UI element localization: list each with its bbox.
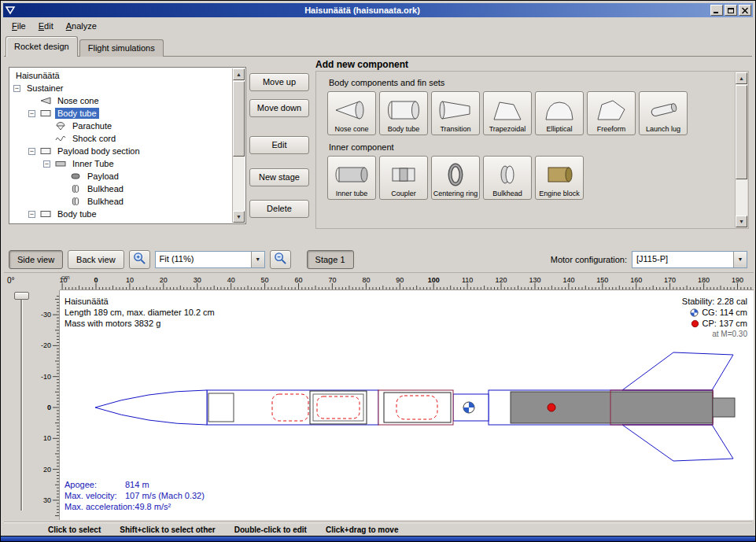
button-edit[interactable]: Edit (249, 136, 309, 154)
app-icon (5, 5, 16, 16)
tree-item-body-tube[interactable]: −Body tube (10, 208, 232, 220)
tab-strip: Rocket designFlight simulations (6, 36, 165, 57)
palette-elliptical[interactable]: Elliptical (535, 91, 584, 135)
palette-launch-lug[interactable]: Launch lug (639, 91, 688, 135)
component-tree[interactable]: Haisunäätä−SustainerNose cone−Body tubeP… (10, 68, 232, 223)
tree-scrollbar-thumb[interactable] (233, 81, 245, 157)
tree-expander-icon[interactable]: − (28, 211, 35, 218)
zoom-in-button[interactable] (129, 250, 150, 269)
tree-item-payload-body-section[interactable]: −Payload body section (10, 145, 232, 157)
nose-cone-outline[interactable] (95, 390, 207, 425)
rotation-slider-handle[interactable] (14, 292, 29, 300)
tree-item-payload[interactable]: Payload (10, 170, 232, 183)
tab-flight-simulations[interactable]: Flight simulations (79, 39, 164, 57)
flight-stat-value: 814 m (125, 480, 149, 489)
palette-body-tube[interactable]: Body tube (379, 91, 428, 135)
fin-bottom-outline[interactable] (622, 425, 733, 461)
palette-nose-cone[interactable]: Nose cone (327, 91, 376, 135)
back-view-button[interactable]: Back view (68, 250, 124, 269)
flight-stats: Apogee:814 mMax. velocity:107 m/s (Mach … (65, 479, 205, 512)
tree-item-body-tube[interactable]: −Body tube (10, 107, 232, 120)
svg-text:110: 110 (462, 276, 473, 284)
tab-rocket-design[interactable]: Rocket design (6, 36, 78, 57)
tree-item-label: Bulkhead (85, 196, 126, 207)
svg-text:140: 140 (562, 276, 574, 284)
button-new-stage[interactable]: New stage (249, 168, 309, 186)
palette-row: Inner tubeCouplerCentering ringBulkheadE… (327, 156, 735, 200)
tree-item-shock-cord[interactable]: Shock cord (10, 132, 232, 145)
minimize-button[interactable] (710, 5, 723, 16)
rotation-slider-track (20, 297, 23, 511)
tree-item-nose-cone[interactable]: Nose cone (10, 94, 232, 107)
tree-scrollbar[interactable]: ▲ ▼ (232, 68, 245, 223)
p-centering-icon (433, 158, 478, 190)
rocket-canvas[interactable]: HaisunäätäLength 189 cm, max. diameter 1… (60, 290, 754, 520)
tree-expander-icon[interactable]: − (28, 110, 35, 117)
tree-item-bulkhead[interactable]: Bulkhead (10, 183, 232, 195)
palette-body: Body components and fin setsNose coneBod… (315, 71, 749, 229)
fin-top-outline[interactable] (622, 352, 733, 390)
menu-item-analyze[interactable]: Analyze (61, 19, 102, 33)
svg-text:0: 0 (47, 404, 51, 411)
tube-coupler-outline[interactable] (310, 391, 367, 424)
maximize-button[interactable] (725, 5, 737, 16)
palette-groups: Body components and fin setsNose coneBod… (316, 72, 735, 228)
add-component-panel: Add new component Body components and fi… (315, 59, 749, 229)
tree-item-label: Tube coupler (70, 221, 125, 223)
chevron-down-icon[interactable]: ▼ (251, 252, 264, 267)
status-hint: Click to select (48, 525, 101, 534)
tree-item-label: Body tube (55, 208, 99, 219)
v-ruler-svg: -30-20-100102030 (4, 290, 60, 521)
palette-inner-tube[interactable]: Inner tube (327, 156, 376, 200)
palette-trapezoidal[interactable]: Trapezoidal (483, 91, 532, 135)
side-view-button[interactable]: Side view (9, 250, 63, 269)
palette-centering-ring[interactable]: Centering ring (431, 156, 480, 200)
palette-scrollbar-thumb[interactable] (736, 85, 747, 179)
stage-1-toggle[interactable]: Stage 1 (307, 250, 354, 269)
chevron-down-icon[interactable]: ▼ (733, 252, 747, 267)
tree-expander-icon[interactable]: − (43, 160, 50, 168)
scroll-up-icon[interactable]: ▲ (736, 72, 747, 84)
palette-bulkhead[interactable]: Bulkhead (483, 156, 532, 200)
palette-engine-block[interactable]: Engine block (535, 156, 584, 200)
payload-icon (69, 171, 82, 181)
palette-scrollbar[interactable]: ▲ ▼ (735, 72, 747, 227)
tree-item-label: Inner Tube (70, 158, 116, 169)
bulkhead-icon (69, 184, 82, 194)
button-move-down[interactable]: Move down (249, 99, 309, 117)
tree-item-bulkhead[interactable]: Bulkhead (10, 195, 232, 208)
menu-item-edit[interactable]: Edit (33, 19, 59, 33)
tree-item-sustainer[interactable]: −Sustainer (10, 82, 232, 94)
p-innertube-icon (329, 158, 374, 190)
flight-stat-row: Max. velocity:107 m/s (Mach 0.32) (65, 490, 205, 501)
bulkhead-icon (69, 197, 82, 206)
palette-freeform[interactable]: Freeform (587, 91, 636, 135)
button-move-up[interactable]: Move up (249, 73, 309, 91)
tree-item-tube-coupler[interactable]: Tube coupler (10, 220, 232, 223)
horizontal-ruler: -100102030405060708090100110120130140150… (60, 273, 754, 290)
flight-stat-row: Apogee:814 m (65, 479, 205, 490)
tree-item-parachute[interactable]: Parachute (10, 120, 232, 132)
motor-configuration-combo[interactable]: [J115-P] ▼ (632, 251, 747, 268)
bodytube-icon (39, 109, 52, 118)
motor-outline[interactable] (511, 392, 713, 423)
scroll-up-icon[interactable]: ▲ (233, 68, 245, 80)
tree-item-haisun-t[interactable]: Haisunäätä (10, 69, 232, 82)
zoom-out-button[interactable] (270, 250, 291, 269)
tree-expander-icon[interactable]: − (13, 85, 20, 92)
scroll-down-icon[interactable]: ▼ (736, 216, 747, 227)
parachute-icon (54, 121, 67, 131)
palette-coupler[interactable]: Coupler (379, 156, 428, 200)
menu-bar: FileEditAnalyze (3, 17, 753, 35)
shockcord-icon (54, 134, 67, 143)
tree-expander-icon[interactable]: − (28, 148, 35, 155)
inner-tube-outline[interactable] (384, 393, 451, 422)
close-button[interactable] (739, 5, 751, 16)
zoom-level-combo[interactable]: Fit (11%) ▼ (155, 251, 265, 268)
palette-transition[interactable]: Transition (431, 91, 480, 135)
tree-item-inner-tube[interactable]: −Inner Tube (10, 157, 232, 170)
button-delete[interactable]: Delete (249, 200, 309, 218)
menu-item-file[interactable]: File (6, 19, 31, 33)
p-finfree-icon (588, 94, 634, 126)
scroll-down-icon[interactable]: ▼ (233, 211, 245, 223)
